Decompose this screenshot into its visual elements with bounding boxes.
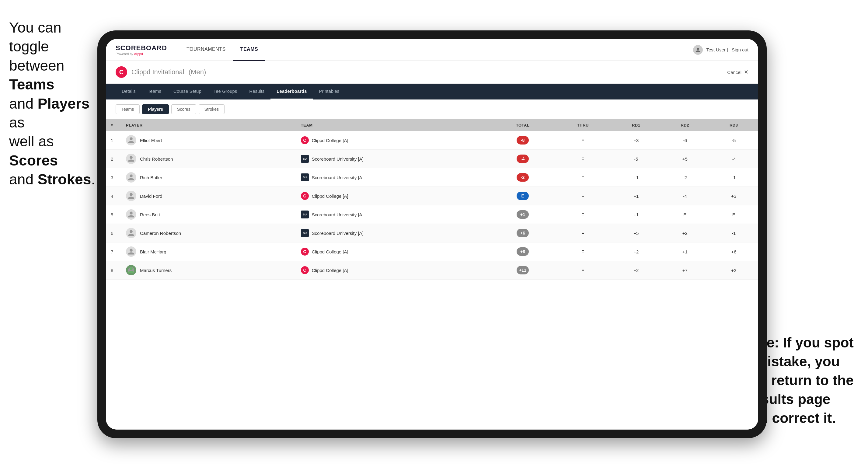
logo-area: SCOREBOARD Powered by clippd [116,44,167,56]
cell-rd1: +5 [612,224,660,243]
leaderboard-table: # PLAYER TEAM TOTAL THRU RD1 RD2 RD3 1El… [106,119,758,430]
cell-team: SUScoreboard University [A] [296,224,491,243]
cell-thru: F [554,150,612,168]
tab-results[interactable]: Results [243,84,271,99]
cell-rank: 1 [106,131,121,150]
cell-thru: F [554,243,612,261]
cell-rd3: -5 [709,131,758,150]
team-name: Scoreboard University [A] [312,212,364,217]
table-row: 2Chris RobertsonSUScoreboard University … [106,150,758,168]
col-rank: # [106,119,121,131]
player-avatar [126,209,136,220]
cell-thru: F [554,187,612,205]
nav-teams[interactable]: TEAMS [233,39,266,61]
sign-out-link[interactable]: Sign out [732,47,748,52]
cell-rd1: +3 [612,131,660,150]
cell-total: E [491,187,554,205]
cell-thru: F [554,261,612,280]
score-badge: E [517,192,529,200]
table-row: 8Marcus TurnersCClippd College [A]+11F+2… [106,261,758,280]
team-name: Clippd College [A] [312,249,348,254]
cell-team: SUScoreboard University [A] [296,168,491,187]
player-name: Rich Butler [140,175,162,180]
player-name: Elliot Ebert [140,138,162,143]
table-row: 5Rees BrittSUScoreboard University [A]+1… [106,205,758,224]
toggle-scores[interactable]: Scores [171,104,196,114]
content-area: Teams Players Scores Strokes # PLAYER TE… [106,99,758,430]
left-annotation: You can toggle between Teams and Players… [9,18,97,189]
cell-team: CClippd College [A] [296,261,491,280]
cell-rd3: -1 [709,224,758,243]
cell-team: SUScoreboard University [A] [296,205,491,224]
cell-rd3: -4 [709,150,758,168]
cell-rank: 2 [106,150,121,168]
player-avatar [126,246,136,257]
cell-player: Blair McHarg [121,243,296,261]
team-logo-s: SU [301,155,309,163]
cell-player: Rich Butler [121,168,296,187]
team-logo-s: SU [301,229,309,237]
toggle-players[interactable]: Players [142,104,169,114]
cell-rd2: +2 [660,224,710,243]
team-logo-c: C [301,192,309,200]
cell-total: +11 [491,261,554,280]
col-player: PLAYER [121,119,296,131]
col-total: TOTAL [491,119,554,131]
player-name: Cameron Robertson [140,230,181,236]
player-avatar [126,191,136,201]
table-row: 3Rich ButlerSUScoreboard University [A]-… [106,168,758,187]
score-badge: +11 [517,266,529,274]
cell-rd3: E [709,205,758,224]
table-header-row: # PLAYER TEAM TOTAL THRU RD1 RD2 RD3 [106,119,758,131]
player-name: David Ford [140,193,162,199]
cell-team: SUScoreboard University [A] [296,150,491,168]
tab-teams[interactable]: Teams [142,84,167,99]
cell-rank: 4 [106,187,121,205]
top-nav-right: Test User | Sign out [693,45,748,55]
team-name: Clippd College [A] [312,193,348,199]
toggle-row: Teams Players Scores Strokes [106,99,758,119]
cell-rd2: +7 [660,261,710,280]
tab-details[interactable]: Details [116,84,142,99]
toggle-teams[interactable]: Teams [116,104,140,114]
cell-total: -8 [491,131,554,150]
cancel-button[interactable]: Cancel ✕ [727,69,748,75]
cell-thru: F [554,131,612,150]
cell-rd1: +2 [612,261,660,280]
toggle-strokes[interactable]: Strokes [199,104,224,114]
team-logo-c: C [301,136,309,144]
cell-total: -2 [491,168,554,187]
tab-printables[interactable]: Printables [313,84,346,99]
cell-rd1: -5 [612,150,660,168]
tab-course-setup[interactable]: Course Setup [167,84,208,99]
cell-thru: F [554,224,612,243]
nav-tournaments[interactable]: TOURNAMENTS [179,39,233,61]
cell-player: Rees Britt [121,205,296,224]
player-name: Chris Robertson [140,156,173,161]
logo-title: SCOREBOARD [116,44,167,52]
cell-player: Chris Robertson [121,150,296,168]
col-rd1: RD1 [612,119,660,131]
cell-rd3: +3 [709,187,758,205]
player-avatar [126,154,136,164]
score-badge: +1 [517,210,529,219]
table-row: 4David FordCClippd College [A]EF+1-4+3 [106,187,758,205]
bold-teams: Teams [9,76,55,92]
bold-scores: Scores [9,152,58,168]
cell-rd2: -4 [660,187,710,205]
cell-total: -4 [491,150,554,168]
bold-players: Players [37,96,89,112]
cell-total: +1 [491,205,554,224]
tab-tee-groups[interactable]: Tee Groups [208,84,243,99]
col-rd2: RD2 [660,119,710,131]
top-nav: SCOREBOARD Powered by clippd TOURNAMENTS… [106,39,758,61]
tab-leaderboards[interactable]: Leaderboards [271,84,313,99]
cell-team: CClippd College [A] [296,187,491,205]
score-badge: +8 [517,247,529,256]
cell-rd2: E [660,205,710,224]
score-badge: -2 [517,173,529,182]
player-name: Rees Britt [140,212,160,217]
table-row: 6Cameron RobertsonSUScoreboard Universit… [106,224,758,243]
cell-rd1: +1 [612,187,660,205]
cell-rd2: +1 [660,243,710,261]
